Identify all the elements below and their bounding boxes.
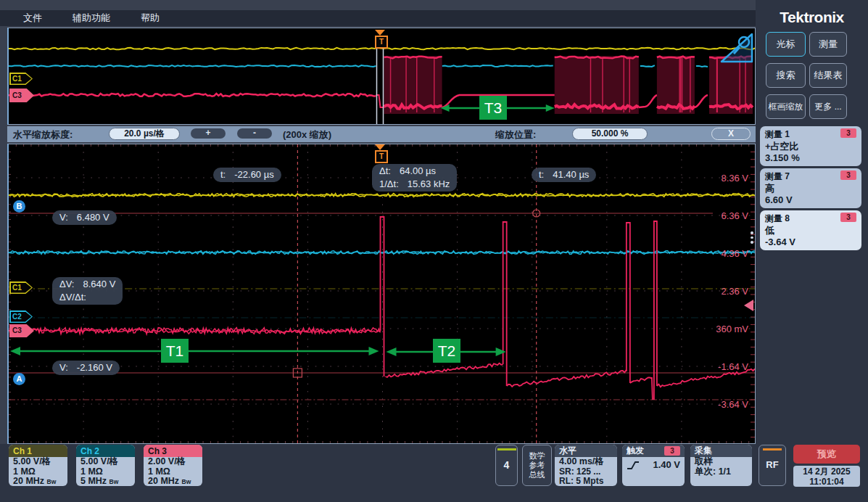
cursor-a-time-readout: t:-22.60 µs [213, 168, 281, 182]
channel3-badge[interactable]: Ch 3 2.00 V/格 1 MΩ 20 MHz Bw [144, 445, 202, 486]
source-badge: 3 [840, 128, 856, 138]
source-badge: 3 [840, 213, 856, 222]
channel1-badge[interactable]: Ch 1 5.00 V/格 1 MΩ 20 MHz Bw [9, 445, 67, 486]
waveform-count-button[interactable]: 4 [495, 445, 518, 486]
cursor1-marker[interactable]: C1 [9, 281, 33, 294]
rf-button[interactable]: RF [759, 445, 786, 486]
measurement-card-1[interactable]: 测量 1 3 +占空比 3.150 % [760, 126, 861, 166]
cursor1-marker-overview[interactable]: C1 [9, 73, 33, 85]
channel3-marker-overview[interactable]: C3 [9, 89, 34, 102]
zoom-position-value[interactable]: 50.000 % [572, 128, 648, 140]
more-button[interactable]: 更多 ... [809, 94, 847, 119]
channel2-badge[interactable]: Ch 2 5.00 V/格 1 MΩ 5 MHz Bw [76, 445, 135, 486]
waveform-overview: C1 C3 T3 T [7, 28, 756, 125]
trigger-badge[interactable]: 触发 3 1.40 V [622, 445, 685, 486]
source-badge: 3 [840, 170, 856, 180]
measurement-card-7[interactable]: 测量 7 3 高 6.60 V [760, 168, 861, 208]
trigger-marker-main[interactable]: T [375, 150, 388, 163]
datetime-display[interactable]: 14 2月 2025 11:01:04 [793, 466, 860, 487]
axis-label-2: 4.36 V [699, 248, 748, 259]
oscilloscope-screen: 文件 辅助功能 帮助 C1 C3 T3 T 水平缩放标度: 20.0 µs/格 … [0, 0, 868, 502]
bandwidth-suffix: Bw [109, 478, 119, 485]
cursor2-marker[interactable]: C2 [9, 310, 33, 323]
cursor-b-voltage-readout: V:6.480 V [52, 210, 117, 225]
axis-label-5: -1.64 V [699, 361, 748, 372]
axis-label-3: 2.36 V [699, 286, 748, 297]
annotation-t3-label: T3 [479, 96, 507, 120]
axis-label-1: 6.36 V [699, 210, 748, 221]
preview-status-badge: 预览 [793, 445, 860, 464]
menu-file[interactable]: 文件 [23, 12, 42, 25]
cursor-a-badge[interactable]: A [13, 373, 25, 385]
sidebar-buttons: 光标 测量 搜索 结果表 框画缩放 更多 ... [766, 32, 847, 119]
cursor-b-time-readout: t:41.40 µs [532, 168, 596, 182]
acquisition-badge[interactable]: 采集 取样 单次: 1/1 [690, 445, 752, 486]
menu-utility[interactable]: 辅助功能 [73, 12, 110, 25]
menu-help[interactable]: 帮助 [141, 12, 160, 25]
annotation-t2-label: T2 [433, 339, 460, 363]
axis-label-4: 360 mV [699, 324, 748, 334]
cursor-delta-readout: Δt:64.00 µs 1/Δt:15.63 kHz [372, 164, 457, 192]
rising-edge-icon [627, 461, 640, 469]
waveform-color-line [497, 448, 516, 450]
zoom-out-button[interactable]: - [237, 128, 272, 139]
results-table-button[interactable]: 结果表 [809, 63, 847, 88]
cursor-a-voltage-readout: V:-2.160 V [52, 361, 120, 375]
zoom-factor-label: (200x 缩放) [283, 128, 331, 141]
zoom-close-button[interactable]: X [711, 128, 751, 140]
zoom-scale-value[interactable]: 20.0 µs/格 [109, 128, 180, 140]
menu-bar: 文件 辅助功能 帮助 [0, 10, 756, 26]
horizontal-badge[interactable]: 水平 4.00 ms/格 SR: 125 ... RL: 5 Mpts [555, 445, 617, 486]
zoom-controls-bar: 水平缩放标度: 20.0 µs/格 + - (200x 缩放) 缩放位置: 50… [7, 126, 756, 142]
zoom-position-label: 缩放位置: [495, 128, 536, 141]
bandwidth-suffix: Bw [47, 478, 57, 485]
math-ref-bus-button[interactable]: 数学 参考 总线 [522, 445, 552, 486]
zoom-scale-label: 水平缩放标度: [13, 128, 73, 141]
trigger-position-icon-main[interactable] [375, 144, 385, 150]
right-sidebar: Tektronix 光标 测量 搜索 结果表 框画缩放 更多 ... 测量 1 … [756, 0, 868, 444]
zoom-in-button[interactable]: + [191, 128, 226, 139]
cursors-button[interactable]: 光标 [766, 32, 806, 57]
cursor-b-badge[interactable]: B [13, 200, 25, 213]
rf-color-line [763, 448, 782, 450]
channel3-marker[interactable]: C3 [9, 324, 34, 337]
trigger-level-arrow-icon[interactable] [744, 300, 753, 311]
tektronix-logo: Tektronix [756, 9, 868, 26]
panel-drag-handle[interactable] [751, 231, 753, 244]
measure-button[interactable]: 测量 [809, 32, 847, 57]
search-button[interactable]: 搜索 [766, 63, 806, 88]
bottom-status-bar: Ch 1 5.00 V/格 1 MΩ 20 MHz Bw Ch 2 5.00 V… [0, 444, 868, 502]
bandwidth-suffix: Bw [182, 478, 191, 485]
axis-label-6: -3.64 V [699, 399, 748, 410]
measurement-card-8[interactable]: 测量 8 3 低 -3.64 V [760, 210, 861, 250]
trigger-marker-overview[interactable]: T [375, 36, 388, 49]
draw-a-box-zoom-button[interactable]: 框画缩放 [766, 94, 806, 119]
main-graticule: T t:-22.60 µs Δt:64.00 µs 1/Δt:15.63 kHz… [7, 144, 756, 444]
delta-voltage-readout: ΔV:8.640 V ΔV/Δt: [52, 277, 123, 305]
axis-label-0: 8.36 V [699, 173, 748, 184]
trigger-position-icon[interactable] [375, 30, 385, 36]
trigger-source-badge: 3 [664, 446, 680, 456]
annotation-t1-label: T1 [161, 339, 189, 363]
